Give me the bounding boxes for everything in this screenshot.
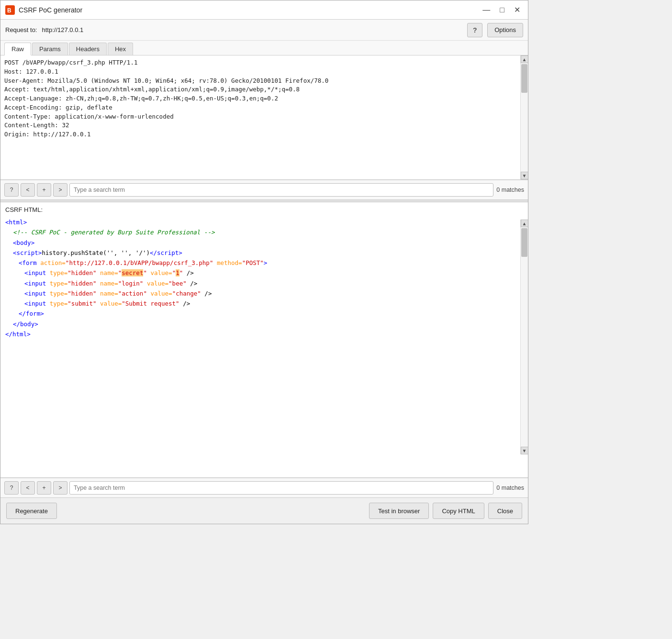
tab-headers[interactable]: Headers [69, 43, 107, 55]
request-line: Host: 127.0.0.1 [4, 67, 516, 77]
search-prev-button-top[interactable]: < [21, 183, 35, 197]
options-button[interactable]: Options [487, 23, 523, 37]
search-plus-button-top[interactable]: + [37, 183, 51, 197]
request-url: http://127.0.0.1 [42, 26, 84, 33]
csrf-line: <body> [5, 238, 516, 248]
csrf-line: </form> [5, 308, 516, 319]
footer-row: Regenerate Test in browser Copy HTML Clo… [0, 497, 528, 524]
scroll-up-arrow[interactable]: ▲ [521, 55, 528, 63]
tabs-row: Raw Params Headers Hex [0, 41, 528, 55]
request-scrollbar: ▲ ▼ [520, 55, 528, 179]
csrf-line: </body> [5, 319, 516, 329]
request-to-label: Request to: [5, 26, 37, 33]
search-input-top[interactable] [69, 183, 493, 197]
csrf-line: </html> [5, 329, 516, 339]
search-bar-bottom: ? < + > 0 matches [0, 478, 528, 497]
request-content: POST /bVAPP/bwapp/csrf_3.php HTTP/1.1 Ho… [0, 55, 528, 179]
csrf-line: <html> [5, 217, 516, 227]
request-line: POST /bVAPP/bwapp/csrf_3.php HTTP/1.1 [4, 58, 516, 67]
csrf-line: <input type="hidden" name="secret" value… [5, 268, 516, 278]
request-line: Content-Type: application/x-www-form-url… [4, 112, 516, 121]
search-next-button-bottom[interactable]: > [53, 481, 67, 495]
csrf-line: <input type="submit" value="Submit reque… [5, 298, 516, 308]
match-count-top: 0 matches [495, 187, 524, 193]
header-row: Request to: http://127.0.0.1 ? Options [0, 20, 528, 41]
search-help-button-top[interactable]: ? [4, 183, 19, 197]
csrf-scroll-up-arrow[interactable]: ▲ [521, 220, 528, 227]
request-line: Origin: http://127.0.0.1 [4, 130, 516, 139]
window-title: CSRF PoC generator [19, 6, 480, 14]
scroll-down-arrow[interactable]: ▼ [521, 172, 528, 179]
request-line: Accept: text/html,application/xhtml+xml,… [4, 85, 516, 94]
csrf-scroll-down-arrow[interactable]: ▼ [521, 447, 528, 454]
close-button[interactable]: Close [488, 503, 522, 519]
request-line: User-Agent: Mozilla/5.0 (Windows NT 10.0… [4, 77, 516, 86]
search-bar-top: ? < + > 0 matches [0, 180, 528, 199]
scroll-thumb-area [521, 63, 528, 172]
request-line: Content-Length: 32 [4, 121, 516, 130]
tab-raw[interactable]: Raw [4, 43, 31, 55]
csrf-line: <form action="http://127.0.0.1/bVAPP/bwa… [5, 258, 516, 268]
request-area: POST /bVAPP/bwapp/csrf_3.php HTTP/1.1 Ho… [0, 55, 528, 180]
search-next-button-top[interactable]: > [53, 183, 67, 197]
tab-params[interactable]: Params [32, 43, 68, 55]
scroll-thumb [521, 64, 527, 93]
search-input-bottom[interactable] [69, 481, 493, 495]
csrf-line: <input type="hidden" name="login" value=… [5, 278, 516, 288]
request-line: Accept-Language: zh-CN,zh;q=0.8,zh-TW;q=… [4, 94, 516, 103]
csrf-scroll-thumb-area [521, 227, 528, 447]
csrf-content: <html> <!-- CSRF PoC - generated by Burp… [0, 215, 528, 477]
copy-html-button[interactable]: Copy HTML [433, 503, 484, 519]
title-bar: B CSRF PoC generator — □ ✕ [0, 0, 528, 20]
csrf-label: CSRF HTML: [0, 202, 528, 215]
search-plus-button-bottom[interactable]: + [37, 481, 51, 495]
search-prev-button-bottom[interactable]: < [21, 481, 35, 495]
csrf-scroll-thumb [521, 228, 527, 257]
restore-button[interactable]: □ [497, 5, 507, 15]
tab-hex[interactable]: Hex [108, 43, 133, 55]
match-count-bottom: 0 matches [495, 485, 524, 491]
csrf-line: <script>history.pushState('', '', '/')</… [5, 248, 516, 258]
svg-text:B: B [7, 7, 11, 14]
csrf-line: <input type="hidden" name="action" value… [5, 288, 516, 298]
window-controls: — □ ✕ [480, 5, 523, 15]
help-button[interactable]: ? [467, 23, 482, 37]
csrf-section: CSRF HTML: <html> <!-- CSRF PoC - genera… [0, 202, 528, 478]
request-line: Accept-Encoding: gzip, deflate [4, 103, 516, 112]
close-window-button[interactable]: ✕ [511, 5, 523, 15]
csrf-scrollbar: ▲ ▼ [520, 220, 528, 454]
test-in-browser-button[interactable]: Test in browser [369, 503, 429, 519]
minimize-button[interactable]: — [480, 5, 493, 15]
regenerate-button[interactable]: Regenerate [6, 503, 57, 519]
search-help-button-bottom[interactable]: ? [4, 481, 19, 495]
csrf-line: <!-- CSRF PoC - generated by Burp Suite … [5, 227, 516, 237]
app-logo: B [5, 5, 15, 15]
